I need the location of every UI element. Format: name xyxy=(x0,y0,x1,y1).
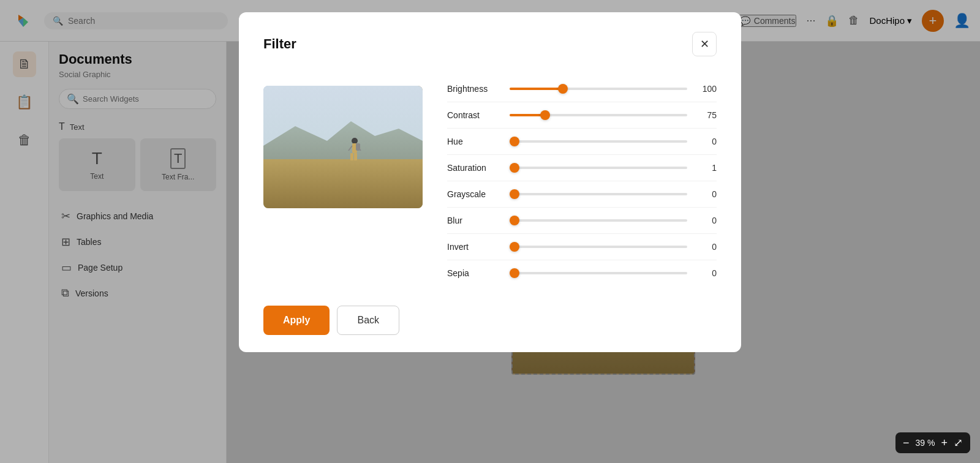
expand-fixed[interactable]: ⤢ xyxy=(954,436,963,450)
blur-slider[interactable] xyxy=(510,219,687,222)
invert-value: 0 xyxy=(695,242,717,252)
saturation-label: Saturation xyxy=(447,163,502,173)
brightness-label: Brightness xyxy=(447,84,502,94)
zoom-in-fixed[interactable]: + xyxy=(941,437,948,450)
sepia-row: Sepia 0 xyxy=(447,260,717,286)
close-button[interactable]: ✕ xyxy=(692,32,717,56)
brightness-row: Brightness 100 xyxy=(447,76,717,102)
saturation-slider[interactable] xyxy=(510,167,687,169)
svg-rect-4 xyxy=(350,153,353,160)
modal-footer: Apply Back xyxy=(263,306,717,335)
modal-body: Brightness 100 Contrast 75 xyxy=(263,76,717,286)
hue-value: 0 xyxy=(695,137,717,146)
invert-label: Invert xyxy=(447,242,502,252)
contrast-value: 75 xyxy=(695,110,717,120)
blur-label: Blur xyxy=(447,216,502,225)
blur-row: Blur 0 xyxy=(447,208,717,234)
saturation-value: 1 xyxy=(695,163,717,173)
contrast-row: Contrast 75 xyxy=(447,102,717,129)
saturation-row: Saturation 1 xyxy=(447,155,717,181)
hue-slider[interactable] xyxy=(510,140,687,143)
hue-label: Hue xyxy=(447,137,502,146)
svg-rect-5 xyxy=(354,153,357,160)
modal-header: Filter ✕ xyxy=(263,32,717,56)
image-preview xyxy=(263,86,423,208)
brightness-value: 100 xyxy=(695,84,717,94)
grayscale-slider[interactable] xyxy=(510,193,687,195)
invert-slider[interactable] xyxy=(510,246,687,248)
filter-modal: Filter ✕ xyxy=(239,12,741,352)
brightness-slider[interactable] xyxy=(510,88,687,90)
svg-point-2 xyxy=(352,138,358,144)
sepia-value: 0 xyxy=(695,268,717,278)
filter-controls: Brightness 100 Contrast 75 xyxy=(447,76,717,286)
zoom-level-fixed: 39 % xyxy=(916,438,935,448)
blur-value: 0 xyxy=(695,216,717,225)
zoom-out-fixed[interactable]: − xyxy=(903,437,910,450)
contrast-slider[interactable] xyxy=(510,114,687,116)
grayscale-value: 0 xyxy=(695,189,717,199)
image-placeholder xyxy=(263,86,423,208)
modal-title: Filter xyxy=(263,36,296,52)
modal-overlay: Filter ✕ xyxy=(0,0,980,463)
svg-line-6 xyxy=(349,146,352,151)
invert-row: Invert 0 xyxy=(447,234,717,260)
grayscale-label: Grayscale xyxy=(447,189,502,199)
grayscale-row: Grayscale 0 xyxy=(447,181,717,208)
sepia-slider[interactable] xyxy=(510,272,687,274)
sepia-label: Sepia xyxy=(447,268,502,278)
contrast-label: Contrast xyxy=(447,110,502,120)
svg-rect-8 xyxy=(356,143,360,151)
zoom-bar-fixed: − 39 % + ⤢ xyxy=(895,432,970,453)
hue-row: Hue 0 xyxy=(447,129,717,155)
back-button[interactable]: Back xyxy=(337,306,399,335)
apply-button[interactable]: Apply xyxy=(263,306,330,335)
